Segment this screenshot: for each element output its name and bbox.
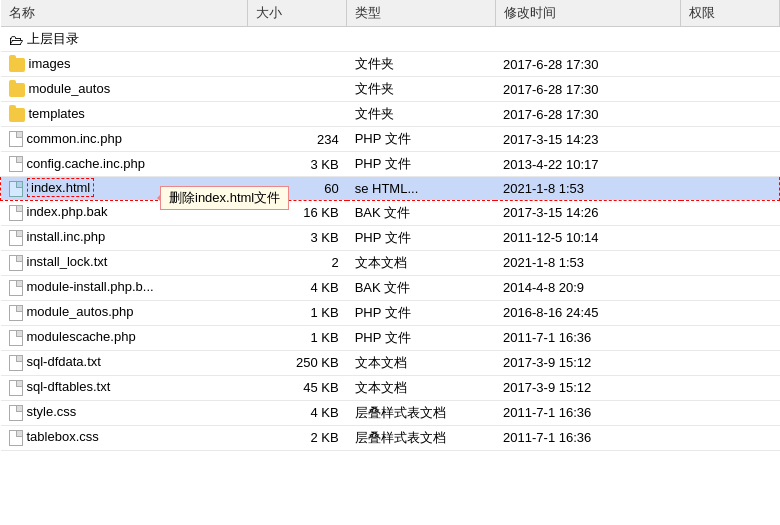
file-date-cell: 2017-6-28 17:30 <box>495 77 680 102</box>
file-icon <box>9 405 23 421</box>
file-name-cell: config.cache.inc.php <box>1 152 248 177</box>
file-type-cell <box>347 27 495 52</box>
file-type-cell: 文本文档 <box>347 375 495 400</box>
file-name-cell: modulescache.php <box>1 325 248 350</box>
file-date-cell: 2017-6-28 17:30 <box>495 102 680 127</box>
table-row[interactable]: index.html60se HTML...2021-1-8 1:53 <box>1 177 780 201</box>
file-date-cell: 2021-1-8 1:53 <box>495 177 680 201</box>
file-size-cell: 4 KB <box>248 275 347 300</box>
table-row[interactable]: install_lock.txt2文本文档2021-1-8 1:53 <box>1 250 780 275</box>
file-perm-cell <box>681 400 780 425</box>
table-row[interactable]: config.cache.inc.php3 KBPHP 文件2013-4-22 … <box>1 152 780 177</box>
file-name-label: module-install.php.b... <box>27 279 154 294</box>
file-name-cell: 🗁上层目录 <box>1 27 248 52</box>
file-perm-cell <box>681 102 780 127</box>
file-icon <box>9 230 23 246</box>
file-type-cell: PHP 文件 <box>347 300 495 325</box>
table-row[interactable]: module_autos.php1 KBPHP 文件2016-8-16 24:4… <box>1 300 780 325</box>
table-row[interactable]: module_autos文件夹2017-6-28 17:30 <box>1 77 780 102</box>
table-row[interactable]: install.inc.php3 KBPHP 文件2011-12-5 10:14 <box>1 225 780 250</box>
file-type-cell: 文件夹 <box>347 52 495 77</box>
folder-icon <box>9 58 25 72</box>
file-size-cell <box>248 52 347 77</box>
file-type-cell: PHP 文件 <box>347 225 495 250</box>
file-name-label: style.css <box>27 404 77 419</box>
col-name-header[interactable]: 名称 <box>1 0 248 27</box>
table-row[interactable]: index.php.bak16 KBBAK 文件2017-3-15 14:26 <box>1 200 780 225</box>
file-type-cell: PHP 文件 <box>347 152 495 177</box>
file-name-cell: module_autos.php <box>1 300 248 325</box>
col-perm-header[interactable]: 权限 <box>681 0 780 27</box>
file-size-cell: 1 KB <box>248 325 347 350</box>
file-perm-cell <box>681 127 780 152</box>
file-icon <box>9 280 23 296</box>
file-name-label: sql-dftables.txt <box>27 379 111 394</box>
file-perm-cell <box>681 152 780 177</box>
file-name-label: index.php.bak <box>27 204 108 219</box>
file-date-cell: 2017-3-9 15:12 <box>495 350 680 375</box>
file-name-cell: images <box>1 52 248 77</box>
table-header-row: 名称 大小 类型 修改时间 权限 <box>1 0 780 27</box>
file-type-cell: 层叠样式表文档 <box>347 425 495 450</box>
file-name-label: common.inc.php <box>27 131 122 146</box>
file-name-label: images <box>29 56 71 71</box>
file-icon <box>9 430 23 446</box>
table-row[interactable]: modulescache.php1 KBPHP 文件2011-7-1 16:36 <box>1 325 780 350</box>
file-date-cell: 2014-4-8 20:9 <box>495 275 680 300</box>
file-size-cell: 1 KB <box>248 300 347 325</box>
file-perm-cell <box>681 52 780 77</box>
table-row[interactable]: sql-dftables.txt45 KB文本文档2017-3-9 15:12 <box>1 375 780 400</box>
file-type-cell: BAK 文件 <box>347 275 495 300</box>
table-row[interactable]: templates文件夹2017-6-28 17:30 <box>1 102 780 127</box>
col-date-header[interactable]: 修改时间 <box>495 0 680 27</box>
file-icon <box>9 131 23 147</box>
file-perm-cell <box>681 300 780 325</box>
table-row[interactable]: images文件夹2017-6-28 17:30 <box>1 52 780 77</box>
file-name-label: modulescache.php <box>27 329 136 344</box>
file-type-cell: PHP 文件 <box>347 127 495 152</box>
file-perm-cell <box>681 200 780 225</box>
file-icon <box>9 156 23 172</box>
table-row[interactable]: module-install.php.b...4 KBBAK 文件2014-4-… <box>1 275 780 300</box>
file-icon <box>9 255 23 271</box>
file-size-cell: 45 KB <box>248 375 347 400</box>
table-row[interactable]: sql-dfdata.txt250 KB文本文档2017-3-9 15:12 <box>1 350 780 375</box>
file-name-label: 上层目录 <box>27 31 79 46</box>
file-date-cell: 2013-4-22 10:17 <box>495 152 680 177</box>
file-perm-cell <box>681 325 780 350</box>
table-row[interactable]: style.css4 KB层叠样式表文档2011-7-1 16:36 <box>1 400 780 425</box>
file-size-cell: 4 KB <box>248 400 347 425</box>
file-type-cell: 层叠样式表文档 <box>347 400 495 425</box>
selected-file-label: index.html <box>27 178 94 197</box>
up-icon: 🗁 <box>9 32 23 48</box>
file-date-cell: 2011-7-1 16:36 <box>495 400 680 425</box>
file-name-label: install.inc.php <box>27 229 106 244</box>
folder-icon <box>9 108 25 122</box>
col-size-header[interactable]: 大小 <box>248 0 347 27</box>
file-name-label: module_autos <box>29 81 111 96</box>
table-row[interactable]: common.inc.php234PHP 文件2017-3-15 14:23 <box>1 127 780 152</box>
file-manager: 名称 大小 类型 修改时间 权限 🗁上层目录images文件夹2017-6-28… <box>0 0 780 451</box>
file-size-cell <box>248 102 347 127</box>
file-name-cell: style.css <box>1 400 248 425</box>
file-date-cell <box>495 27 680 52</box>
file-icon <box>9 305 23 321</box>
table-row[interactable]: 🗁上层目录 <box>1 27 780 52</box>
file-perm-cell <box>681 225 780 250</box>
file-type-cell: BAK 文件 <box>347 200 495 225</box>
file-size-cell: 2 <box>248 250 347 275</box>
file-type-cell: 文本文档 <box>347 350 495 375</box>
tooltip-bubble: 删除index.html文件 <box>160 186 289 210</box>
file-size-cell: 250 KB <box>248 350 347 375</box>
file-date-cell: 2017-3-15 14:23 <box>495 127 680 152</box>
file-name-cell: templates <box>1 102 248 127</box>
table-row[interactable]: tablebox.css2 KB层叠样式表文档2011-7-1 16:36 <box>1 425 780 450</box>
file-perm-cell <box>681 250 780 275</box>
file-name-cell: module-install.php.b... <box>1 275 248 300</box>
file-name-cell: common.inc.php <box>1 127 248 152</box>
tooltip-text: 删除index.html文件 <box>169 190 280 205</box>
file-name-label: config.cache.inc.php <box>27 156 146 171</box>
file-perm-cell <box>681 275 780 300</box>
col-type-header[interactable]: 类型 <box>347 0 495 27</box>
file-date-cell: 2017-3-9 15:12 <box>495 375 680 400</box>
